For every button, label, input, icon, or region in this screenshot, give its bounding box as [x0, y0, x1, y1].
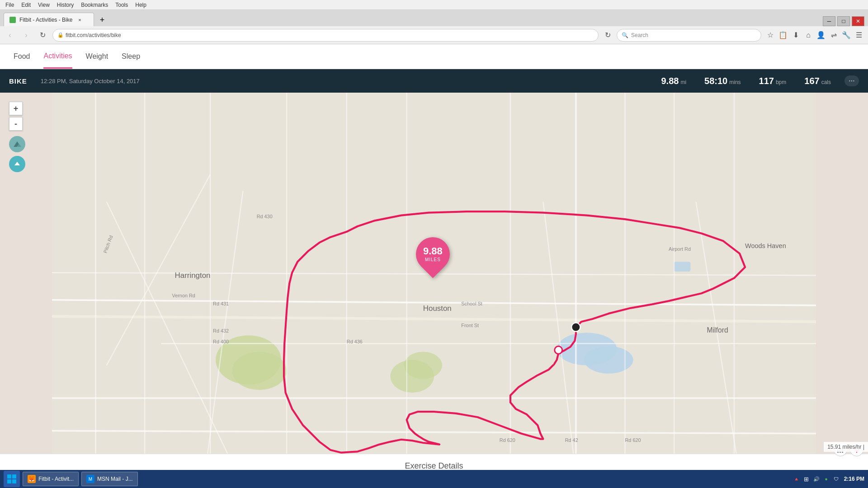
svg-text:Rd 432: Rd 432 — [213, 328, 229, 333]
nav-sleep[interactable]: Sleep — [122, 45, 140, 68]
activity-type-label: BIKE — [9, 77, 27, 85]
maximize-button[interactable]: □ — [837, 16, 850, 26]
minimize-button[interactable]: ─ — [823, 16, 835, 26]
sync-icon[interactable]: ⇌ — [828, 30, 839, 41]
taskbar-app-msn[interactable]: M MSN Mail - J... — [81, 472, 138, 486]
menu-history[interactable]: History — [53, 2, 77, 8]
menu-bookmarks[interactable]: Bookmarks — [77, 2, 112, 8]
stat-distance: 9.88 mi — [661, 76, 686, 86]
svg-point-48 — [571, 323, 580, 331]
nav-activities[interactable]: Activities — [43, 45, 72, 69]
page-content: Food Activities Weight Sleep BIKE 12:28 … — [0, 44, 868, 474]
extensions-icon[interactable]: 🔧 — [841, 30, 852, 41]
tab-title: Fitbit - Activities - Bike — [19, 17, 72, 23]
firefox-icon: 🦊 — [28, 475, 36, 483]
menu-bar: File Edit View History Bookmarks Tools H… — [0, 0, 868, 10]
svg-text:School St: School St — [461, 301, 482, 306]
fitbit-view-button[interactable] — [9, 156, 25, 172]
browser-tab-fitbit[interactable]: Fitbit - Activities - Bike × — [4, 13, 94, 26]
svg-point-4 — [404, 352, 443, 379]
zoom-in-button[interactable]: + — [9, 102, 23, 115]
svg-text:Rd 400: Rd 400 — [213, 339, 229, 344]
windows-logo-icon — [7, 474, 17, 484]
system-tray: 🔺 ⊞ 🔊 ● 🛡 — [793, 475, 840, 483]
calories-value: 167 — [804, 76, 819, 86]
svg-rect-58 — [7, 474, 11, 479]
start-button[interactable] — [4, 471, 20, 487]
menu-file[interactable]: File — [2, 2, 18, 8]
nav-food[interactable]: Food — [14, 45, 30, 68]
svg-rect-0 — [52, 93, 816, 474]
svg-text:Rd 431: Rd 431 — [213, 301, 229, 306]
map-container[interactable]: Pitch Rd Rd 430 Rd 431 Rd 432 Rd 400 Rd … — [0, 93, 868, 474]
menu-view[interactable]: View — [34, 2, 53, 8]
taskbar: 🦊 Fitbit - Activit... M MSN Mail - J... … — [0, 470, 868, 488]
zoom-out-button[interactable]: - — [9, 117, 23, 131]
bookmark-star-icon[interactable]: ☆ — [765, 30, 776, 41]
taskbar-app-fitbit-label: Fitbit - Activit... — [38, 476, 74, 482]
new-tab-button[interactable]: + — [96, 14, 108, 26]
wifi-icon[interactable]: ⊞ — [802, 475, 811, 483]
menu-edit[interactable]: Edit — [18, 2, 34, 8]
heart-rate-unit: bpm — [776, 79, 786, 85]
bookmark-list-icon[interactable]: 📋 — [778, 30, 788, 41]
nav-weight[interactable]: Weight — [86, 45, 108, 68]
svg-text:Harrington: Harrington — [175, 271, 211, 280]
svg-text:Milford: Milford — [707, 326, 728, 334]
map-controls: + - — [9, 102, 25, 172]
map-svg: Pitch Rd Rd 430 Rd 431 Rd 432 Rd 400 Rd … — [0, 93, 868, 474]
url-text: fitbit.com/activities/bike — [66, 32, 121, 38]
profile-icon[interactable]: 👤 — [816, 30, 826, 41]
distance-value: 9.88 — [661, 76, 679, 86]
reload-icon[interactable]: ↻ — [602, 30, 613, 41]
heart-rate-value: 117 — [759, 76, 774, 86]
menu-tools[interactable]: Tools — [112, 2, 132, 8]
clock-time: 2:16 PM — [844, 476, 864, 482]
stat-heart-rate: 117 bpm — [759, 76, 787, 86]
address-bar: ‹ › ↻ 🔒 fitbit.com/activities/bike ↻ 🔍 S… — [0, 26, 868, 44]
menu-icon[interactable]: ☰ — [854, 30, 864, 41]
search-icon: 🔍 — [622, 32, 628, 38]
svg-text:Rd 620: Rd 620 — [625, 437, 641, 443]
svg-marker-52 — [14, 162, 20, 165]
volume-icon[interactable]: 🔊 — [812, 475, 821, 483]
marker-distance: 9.88 — [423, 246, 443, 256]
back-button[interactable]: ‹ — [4, 29, 16, 42]
search-placeholder: Search — [631, 32, 648, 38]
exercise-details-title: Exercise Details — [405, 461, 463, 470]
security-icon[interactable]: 🛡 — [832, 475, 840, 483]
forward-button[interactable]: › — [20, 29, 33, 42]
fitbit-tray-icon[interactable]: ● — [822, 475, 830, 483]
svg-text:Woods Haven: Woods Haven — [745, 242, 786, 249]
home-icon[interactable]: ⌂ — [803, 30, 814, 41]
taskbar-app-msn-label: MSN Mail - J... — [97, 476, 133, 482]
menu-help[interactable]: Help — [132, 2, 150, 8]
reload-button[interactable]: ↻ — [36, 29, 49, 42]
tab-favicon — [9, 17, 16, 23]
distance-unit: mi — [680, 79, 686, 85]
fitbit-nav: Food Activities Weight Sleep — [0, 44, 868, 69]
svg-point-49 — [555, 346, 562, 354]
svg-rect-60 — [7, 479, 11, 483]
search-box[interactable]: 🔍 Search — [617, 29, 761, 42]
svg-point-2 — [232, 352, 287, 390]
taskbar-right: 🔺 ⊞ 🔊 ● 🛡 2:16 PM — [793, 475, 864, 483]
taskbar-app-fitbit[interactable]: 🦊 Fitbit - Activit... — [23, 472, 79, 486]
terrain-view-button[interactable] — [9, 136, 25, 152]
network-icon[interactable]: 🔺 — [793, 475, 801, 483]
activity-datetime: 12:28 PM, Saturday October 14, 2017 — [41, 78, 643, 84]
clock: 2:16 PM — [844, 476, 864, 482]
fitbit-chevron-icon — [13, 160, 21, 168]
stat-duration: 58:10 mins — [704, 76, 741, 86]
duration-value: 58:10 — [704, 76, 727, 86]
close-button[interactable]: ✕ — [852, 16, 864, 26]
download-icon[interactable]: ⬇ — [790, 30, 801, 41]
svg-text:Rd 620: Rd 620 — [500, 437, 515, 443]
marker-unit: MILES — [423, 257, 443, 262]
tab-close-button[interactable]: × — [76, 16, 83, 23]
url-input[interactable]: 🔒 fitbit.com/activities/bike — [52, 29, 599, 42]
svg-rect-61 — [12, 479, 16, 483]
more-options-button[interactable]: ··· — [844, 75, 859, 86]
svg-text:Rd 42: Rd 42 — [565, 437, 578, 443]
svg-text:Front St: Front St — [461, 323, 479, 328]
